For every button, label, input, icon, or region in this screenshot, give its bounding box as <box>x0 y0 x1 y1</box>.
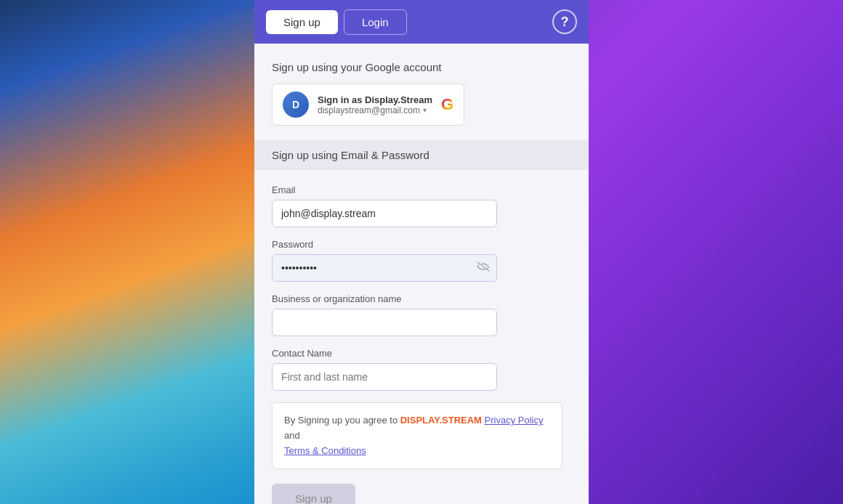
background-left <box>0 0 262 504</box>
contact-label: Contact Name <box>272 348 571 359</box>
password-label: Password <box>272 239 571 250</box>
google-account-name: Sign in as Display.Stream <box>318 94 432 105</box>
business-label: Business or organization name <box>272 293 571 304</box>
eye-toggle-icon[interactable] <box>477 261 490 275</box>
tab-bar: Sign up Login ? <box>254 0 589 44</box>
privacy-policy-link[interactable]: Privacy Policy <box>485 415 544 426</box>
email-section-divider: Sign up using Email & Password <box>254 140 589 170</box>
modal-body: Sign up using your Google account D Sign… <box>254 44 589 504</box>
business-input[interactable] <box>272 309 497 336</box>
google-section-title: Sign up using your Google account <box>272 61 571 73</box>
email-section-title: Sign up using Email & Password <box>272 149 571 161</box>
terms-conditions-link[interactable]: Terms & Conditions <box>284 445 366 456</box>
modal-container: Sign up Login ? Sign up using your Googl… <box>254 0 589 504</box>
chevron-down-icon: ▾ <box>423 106 427 114</box>
password-input[interactable] <box>272 254 497 282</box>
help-button[interactable]: ? <box>552 9 577 34</box>
tab-signup[interactable]: Sign up <box>266 10 338 34</box>
avatar-initial: D <box>292 99 299 110</box>
terms-box: By Signing up you agree to DISPLAY.STREA… <box>272 402 562 469</box>
terms-text-before: By Signing up you agree to <box>284 415 400 426</box>
email-group: Email <box>272 184 571 227</box>
contact-input[interactable] <box>272 363 497 391</box>
google-account-email: displaystream@gmail.com ▾ <box>318 105 432 115</box>
google-avatar: D <box>283 92 309 118</box>
google-account-info: Sign in as Display.Stream displaystream@… <box>318 94 432 115</box>
email-label: Email <box>272 184 571 195</box>
google-signin-button[interactable]: D Sign in as Display.Stream displaystrea… <box>272 84 464 126</box>
signup-submit-button[interactable]: Sign up <box>272 484 355 504</box>
password-group: Password <box>272 239 571 282</box>
password-wrapper <box>272 254 497 282</box>
email-input[interactable] <box>272 200 497 227</box>
google-logo-icon: G <box>441 95 453 114</box>
brand-link[interactable]: DISPLAY.STREAM <box>400 415 482 426</box>
tab-login[interactable]: Login <box>344 9 407 35</box>
contact-group: Contact Name <box>272 348 571 391</box>
business-group: Business or organization name <box>272 293 571 336</box>
terms-and: and <box>284 430 300 441</box>
